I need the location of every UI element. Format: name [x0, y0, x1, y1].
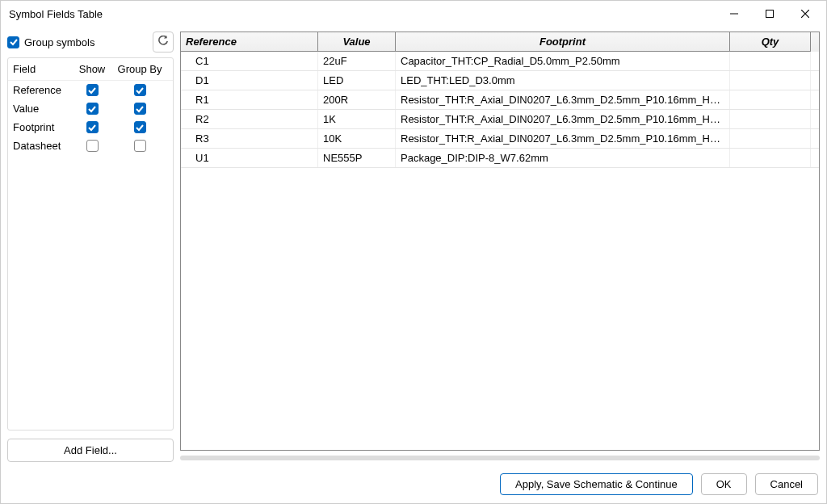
apply-save-continue-button[interactable]: Apply, Save Schematic & Continue: [500, 473, 693, 495]
cell-qty[interactable]: [730, 129, 811, 148]
cell-reference[interactable]: C1: [181, 52, 318, 70]
field-name: Datasheet: [13, 140, 73, 152]
field-list: Field Show Group By ReferenceValueFootpr…: [7, 57, 174, 430]
field-row: Value: [8, 99, 173, 118]
cell-footprint[interactable]: LED_THT:LED_D3.0mm: [396, 71, 730, 90]
table-row[interactable]: R1200RResistor_THT:R_Axial_DIN0207_L6.3m…: [181, 90, 819, 110]
cell-value[interactable]: 200R: [318, 90, 396, 109]
ok-button[interactable]: OK: [701, 473, 747, 495]
cell-value[interactable]: NE555P: [318, 149, 396, 167]
table-row[interactable]: U1NE555PPackage_DIP:DIP-8_W7.62mm: [181, 149, 819, 168]
field-name: Reference: [13, 84, 73, 96]
show-checkbox[interactable]: [86, 84, 99, 96]
cell-qty[interactable]: [730, 110, 811, 128]
field-header-field: Field: [13, 63, 73, 75]
refresh-icon: [157, 36, 169, 49]
cell-value[interactable]: 10K: [318, 129, 396, 148]
cell-footprint[interactable]: Resistor_THT:R_Axial_DIN0207_L6.3mm_D2.5…: [396, 110, 730, 128]
field-row: Reference: [8, 81, 173, 99]
minimize-button[interactable]: [716, 2, 752, 25]
table-row[interactable]: R21KResistor_THT:R_Axial_DIN0207_L6.3mm_…: [181, 110, 819, 129]
show-checkbox[interactable]: [86, 140, 99, 152]
col-header-footprint[interactable]: Footprint: [396, 32, 730, 52]
refresh-button[interactable]: [153, 32, 174, 52]
add-field-button[interactable]: Add Field...: [7, 439, 174, 462]
groupby-checkbox[interactable]: [134, 84, 146, 96]
groupby-checkbox[interactable]: [134, 140, 146, 152]
cell-qty[interactable]: [730, 90, 811, 109]
cell-value[interactable]: LED: [318, 71, 396, 90]
cell-qty[interactable]: [730, 71, 811, 90]
cell-qty[interactable]: [730, 52, 811, 70]
show-checkbox[interactable]: [86, 121, 99, 133]
cell-footprint[interactable]: Resistor_THT:R_Axial_DIN0207_L6.3mm_D2.5…: [396, 129, 730, 148]
cell-reference[interactable]: R3: [181, 129, 318, 148]
cell-footprint[interactable]: Package_DIP:DIP-8_W7.62mm: [396, 149, 730, 167]
window-title: Symbol Fields Table: [9, 8, 716, 20]
table-row[interactable]: D1LEDLED_THT:LED_D3.0mm: [181, 71, 819, 90]
cell-footprint[interactable]: Resistor_THT:R_Axial_DIN0207_L6.3mm_D2.5…: [396, 90, 730, 109]
groupby-checkbox[interactable]: [134, 103, 146, 115]
cell-value[interactable]: 1K: [318, 110, 396, 128]
horizontal-scrollbar[interactable]: [180, 454, 820, 462]
cell-reference[interactable]: U1: [181, 149, 318, 167]
groupby-checkbox[interactable]: [134, 121, 146, 133]
maximize-button[interactable]: [752, 2, 787, 25]
close-button[interactable]: [787, 2, 823, 25]
cell-qty[interactable]: [730, 149, 811, 167]
group-symbols-checkbox[interactable]: [7, 36, 19, 48]
cell-reference[interactable]: R2: [181, 110, 318, 128]
cell-reference[interactable]: R1: [181, 90, 318, 109]
field-name: Footprint: [13, 121, 73, 133]
table-row[interactable]: C122uFCapacitor_THT:CP_Radial_D5.0mm_P2.…: [181, 52, 819, 71]
field-name: Value: [13, 103, 73, 115]
cancel-button[interactable]: Cancel: [755, 473, 818, 495]
col-header-value[interactable]: Value: [318, 32, 396, 52]
cell-reference[interactable]: D1: [181, 71, 318, 90]
field-row: Datasheet: [8, 136, 173, 155]
cell-value[interactable]: 22uF: [318, 52, 396, 70]
col-header-qty[interactable]: Qty: [730, 32, 811, 52]
field-header-show: Show: [73, 63, 111, 75]
symbol-fields-grid: Reference Value Footprint Qty C122uFCapa…: [180, 32, 820, 451]
svg-rect-0: [766, 10, 774, 18]
field-header-groupby: Group By: [111, 63, 168, 75]
cell-footprint[interactable]: Capacitor_THT:CP_Radial_D5.0mm_P2.50mm: [396, 52, 730, 70]
col-header-reference[interactable]: Reference: [181, 32, 318, 52]
field-row: Footprint: [8, 118, 173, 136]
show-checkbox[interactable]: [86, 103, 99, 115]
table-row[interactable]: R310KResistor_THT:R_Axial_DIN0207_L6.3mm…: [181, 129, 819, 149]
group-symbols-label: Group symbols: [24, 36, 94, 48]
